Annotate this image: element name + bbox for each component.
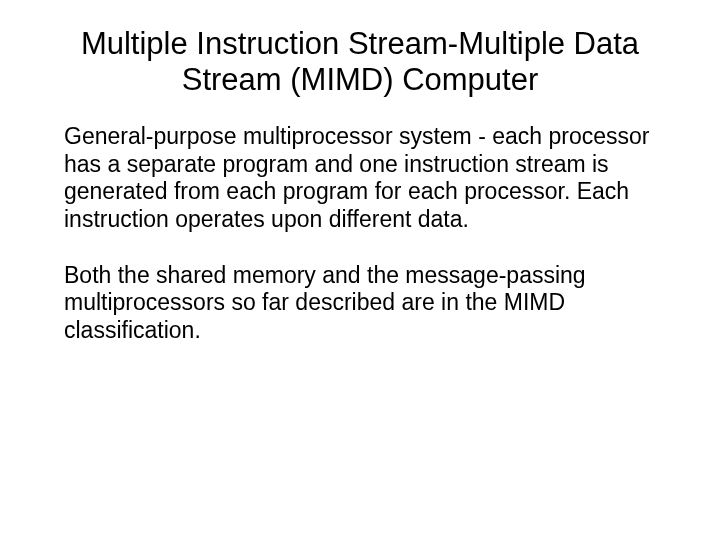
body-paragraph-2: Both the shared memory and the message-p… [64, 262, 666, 345]
body-paragraph-1: General-purpose multiprocessor system - … [64, 123, 666, 233]
slide-title: Multiple Instruction Stream-Multiple Dat… [40, 26, 680, 97]
slide: Multiple Instruction Stream-Multiple Dat… [0, 26, 720, 540]
slide-body: General-purpose multiprocessor system - … [64, 123, 666, 344]
